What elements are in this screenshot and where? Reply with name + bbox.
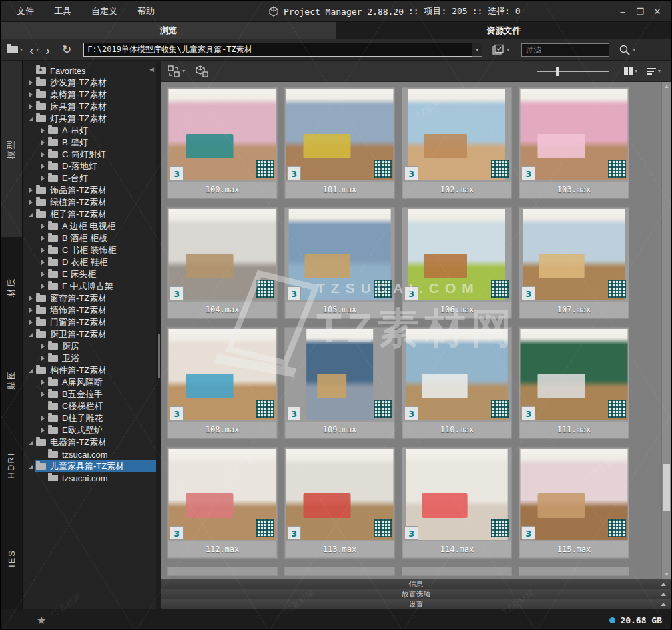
- tree-item[interactable]: C-筒灯射灯: [23, 149, 156, 160]
- tree-item[interactable]: 绿植篇-TZ素材: [23, 196, 156, 208]
- panel-splitter[interactable]: [156, 61, 161, 609]
- panel-info[interactable]: 信息: [161, 579, 671, 589]
- thumbnail-card[interactable]: ɜ102.max: [402, 87, 512, 199]
- expanded-arrow-icon[interactable]: [27, 117, 35, 121]
- tree-item[interactable]: 电器篇-TZ素材: [23, 436, 156, 448]
- tree-item-body[interactable]: C楼梯栏杆: [47, 400, 156, 412]
- menu-customize[interactable]: 自定义: [83, 3, 125, 20]
- tree-item-body[interactable]: B-壁灯: [47, 137, 156, 149]
- tree-item-body[interactable]: 沙发篇-TZ素材: [35, 77, 156, 89]
- scroll-up-icon[interactable]: ▲: [662, 83, 671, 89]
- collapsed-arrow-icon[interactable]: [39, 284, 47, 289]
- collapsed-arrow-icon[interactable]: [27, 188, 35, 193]
- path-dropdown-button[interactable]: ▼: [472, 43, 482, 57]
- tree-item[interactable]: 柜子篇-TZ素材: [23, 208, 156, 220]
- collapsed-arrow-icon[interactable]: [39, 344, 47, 349]
- panel-settings-expand-icon[interactable]: [661, 603, 666, 606]
- tree-item-body[interactable]: 窗帘篇-TZ素材: [35, 292, 156, 304]
- thumbnail-card[interactable]: ɜ108.max: [167, 327, 278, 439]
- thumbnail-card[interactable]: ɜ111.max: [519, 327, 629, 439]
- thumbnail-card[interactable]: ɜ109.max: [284, 327, 395, 439]
- thumbnail-card[interactable]: ɜ113.max: [284, 447, 395, 559]
- tree-item-body[interactable]: 构件篇-TZ素材: [35, 364, 156, 376]
- slider-handle[interactable]: [556, 67, 559, 76]
- refresh-button[interactable]: ↻: [62, 44, 71, 55]
- tree-item[interactable]: 儿童家具篇-TZ素材: [23, 460, 156, 472]
- tab-resource-files[interactable]: 资源文件: [336, 22, 672, 39]
- tree-item-body[interactable]: 柜子篇-TZ素材: [35, 208, 156, 220]
- tree-item[interactable]: 灯具篇-TZ素材: [23, 113, 156, 125]
- thumbnail-card[interactable]: ɜ104.max: [167, 207, 278, 319]
- menu-help[interactable]: 帮助: [129, 3, 163, 20]
- vertical-scrollbar[interactable]: ▲ ▼: [661, 82, 671, 579]
- side-tab-1[interactable]: 材质: [1, 237, 22, 337]
- side-tab-hdri[interactable]: HDRI: [1, 422, 22, 507]
- panel-placement-expand-icon[interactable]: [661, 593, 666, 596]
- minimize-button[interactable]: –: [615, 7, 630, 17]
- thumbnail-image[interactable]: [306, 329, 373, 420]
- tree-item-body[interactable]: E 床头柜: [47, 268, 156, 280]
- tree-item-body[interactable]: 灯具篇-TZ素材: [35, 113, 156, 125]
- preview-dropdown-caret[interactable]: ▾: [507, 47, 509, 53]
- tree-item-body[interactable]: 儿童家具篇-TZ素材: [35, 460, 156, 472]
- back-button[interactable]: ‹ ▾: [29, 43, 39, 57]
- thumbnail-card[interactable]: ɜ101.max: [284, 87, 395, 199]
- slider-track[interactable]: [537, 71, 609, 72]
- tree-item[interactable]: E 床头柜: [23, 268, 156, 280]
- sort-dropdown-caret[interactable]: ▾: [658, 68, 661, 74]
- tree-item[interactable]: E-台灯: [23, 172, 156, 184]
- expanded-arrow-icon[interactable]: [27, 440, 35, 445]
- tree-item-body[interactable]: B五金拉手: [47, 388, 156, 400]
- collapsed-arrow-icon[interactable]: [39, 356, 47, 361]
- path-input[interactable]: [83, 43, 472, 57]
- tree-item[interactable]: B五金拉手: [23, 388, 156, 400]
- tree-item[interactable]: 厨卫篇-TZ素材: [23, 328, 156, 340]
- maximize-button[interactable]: ❐: [633, 7, 647, 17]
- thumbnail-card[interactable]: ɜ112.max: [167, 447, 278, 559]
- scrollbar-thumb[interactable]: [663, 464, 670, 511]
- tree-collapse-arrow-icon[interactable]: ◀: [149, 66, 154, 73]
- splitter-grip[interactable]: [157, 334, 160, 378]
- collapsed-arrow-icon[interactable]: [39, 236, 47, 241]
- thumbnail-card[interactable]: ɜ114.max: [402, 447, 512, 559]
- tree-item-body[interactable]: 饰品篇-TZ素材: [35, 184, 156, 196]
- tree-item[interactable]: Favorites: [23, 65, 156, 77]
- thumbnail-card-partial[interactable]: [402, 567, 512, 576]
- forward-button[interactable]: ›: [45, 43, 50, 57]
- view-mode-button[interactable]: ▾: [624, 67, 637, 75]
- collapsed-arrow-icon[interactable]: [39, 140, 47, 145]
- tree-item-body[interactable]: D-落地灯: [47, 160, 156, 172]
- search-dropdown-caret[interactable]: ▾: [633, 47, 635, 53]
- save-model-button[interactable]: [194, 65, 209, 78]
- tree-item[interactable]: E欧式壁炉: [23, 424, 156, 436]
- tree-item-body[interactable]: 厨房: [47, 340, 156, 352]
- tree-item-body[interactable]: A-吊灯: [47, 125, 156, 137]
- tree-item[interactable]: D柱子雕花: [23, 412, 156, 424]
- collapsed-arrow-icon[interactable]: [39, 248, 47, 253]
- expanded-arrow-icon[interactable]: [27, 464, 35, 469]
- favorite-star-icon[interactable]: ★: [37, 614, 46, 627]
- menu-file[interactable]: 文件: [9, 3, 42, 20]
- thumbnail-card[interactable]: ɜ100.max: [167, 87, 278, 199]
- tree-item-body[interactable]: E欧式壁炉: [47, 424, 156, 436]
- close-button[interactable]: ✕: [650, 7, 665, 17]
- tree-item[interactable]: B 酒柜 柜板: [23, 232, 156, 244]
- tree-item[interactable]: 饰品篇-TZ素材: [23, 184, 156, 196]
- collapsed-arrow-icon[interactable]: [39, 152, 47, 157]
- collapsed-arrow-icon[interactable]: [39, 416, 47, 421]
- thumbnail-card-partial[interactable]: [284, 567, 395, 576]
- tree-item-body[interactable]: D柱子雕花: [47, 412, 156, 424]
- tree-item[interactable]: 厨房: [23, 340, 156, 352]
- sort-button[interactable]: ▾: [647, 67, 661, 75]
- tree-item[interactable]: A-吊灯: [23, 125, 156, 137]
- thumbnail-card[interactable]: ɜ103.max: [519, 87, 629, 199]
- collapsed-arrow-icon[interactable]: [27, 80, 35, 85]
- expanded-arrow-icon[interactable]: [27, 368, 35, 373]
- panel-info-expand-icon[interactable]: [661, 583, 666, 586]
- tree-item-body[interactable]: 厨卫篇-TZ素材: [35, 328, 156, 340]
- tree-item-body[interactable]: 墙饰篇-TZ素材: [35, 304, 156, 316]
- collapsed-arrow-icon[interactable]: [39, 176, 47, 181]
- back-dropdown-caret[interactable]: ▾: [36, 47, 39, 53]
- collapsed-arrow-icon[interactable]: [39, 260, 47, 265]
- preview-options-button[interactable]: ▾: [492, 44, 509, 56]
